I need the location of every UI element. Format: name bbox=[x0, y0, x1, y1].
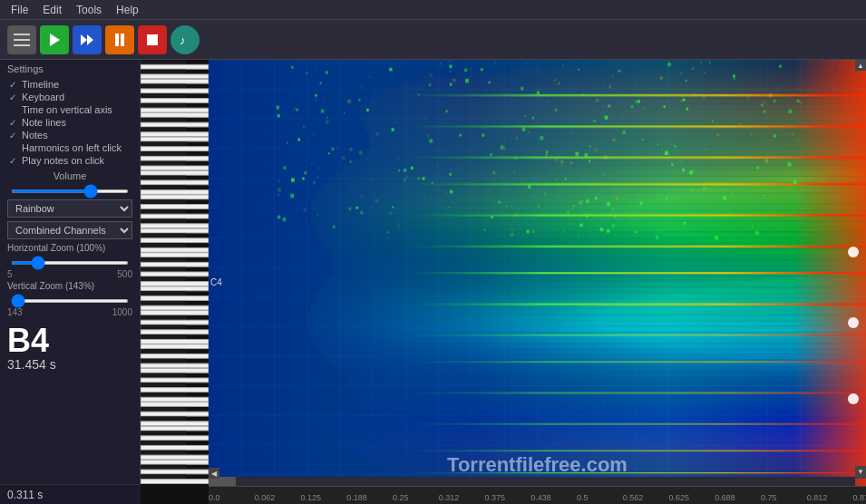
c4-label: C4 bbox=[210, 277, 222, 287]
vertical-zoom-slider[interactable] bbox=[11, 299, 129, 303]
timeline-tick-3: 0.188 bbox=[346, 493, 367, 502]
note-lines-check[interactable]: ✓ Note lines bbox=[7, 116, 132, 129]
settings-title: Settings bbox=[7, 63, 132, 74]
time-vertical-check[interactable]: ✓ Time on vertical axis bbox=[7, 103, 132, 116]
svg-rect-0 bbox=[14, 34, 30, 35]
svg-rect-8 bbox=[147, 34, 158, 45]
menu-tools[interactable]: Tools bbox=[69, 2, 109, 18]
horizontal-zoom-slider[interactable] bbox=[11, 261, 129, 265]
channel-dropdown[interactable]: Combined Channels bbox=[7, 221, 132, 239]
volume-slider[interactable] bbox=[11, 189, 129, 193]
settings-button[interactable]: ♪ bbox=[170, 25, 199, 54]
timeline-tick-6: 0.375 bbox=[485, 493, 506, 502]
marker-1 bbox=[848, 247, 859, 257]
svg-marker-4 bbox=[81, 34, 87, 45]
timeline-tick-5: 0.312 bbox=[439, 493, 460, 502]
timeline-tick-0: 0.0 bbox=[209, 493, 220, 502]
toolbar: ♪ bbox=[0, 20, 866, 60]
h-zoom-values: 5 500 bbox=[7, 269, 132, 279]
status-bar: 0.311 s bbox=[0, 484, 141, 504]
timeline-tick-10: 0.625 bbox=[669, 493, 690, 502]
svg-marker-5 bbox=[87, 34, 93, 45]
timeline-tick-4: 0.25 bbox=[393, 493, 409, 502]
play-notes-check[interactable]: ✓ Play notes on click bbox=[7, 154, 132, 167]
scroll-left-arrow[interactable]: ◀ bbox=[209, 468, 219, 479]
current-note: B4 bbox=[7, 325, 132, 357]
status-time: 0.311 s bbox=[7, 489, 43, 501]
svg-rect-1 bbox=[14, 39, 30, 41]
timeline-bar: 0.00.0620.1250.1880.250.3120.3750.4380.5… bbox=[209, 486, 866, 504]
timeline-tick-1: 0.062 bbox=[255, 493, 276, 502]
timeline-tick-12: 0.75 bbox=[761, 493, 777, 502]
color-scheme-dropdown[interactable]: Rainbow bbox=[7, 199, 132, 218]
timeline-tick-11: 0.688 bbox=[715, 493, 735, 502]
open-button[interactable] bbox=[7, 25, 36, 54]
timeline-tick-13: 0.812 bbox=[807, 493, 828, 502]
main-area: Settings ✓ Timeline ✓ Keyboard ✓ Time on… bbox=[0, 60, 866, 504]
menu-bar: File Edit Tools Help bbox=[0, 0, 866, 20]
menu-file[interactable]: File bbox=[4, 2, 35, 18]
keyboard-check[interactable]: ✓ Keyboard bbox=[7, 91, 132, 103]
timeline-check[interactable]: ✓ Timeline bbox=[7, 78, 132, 91]
stop-button[interactable] bbox=[138, 25, 167, 54]
volume-slider-container bbox=[7, 181, 132, 198]
timeline-tick-9: 0.562 bbox=[623, 493, 644, 502]
forward-button[interactable] bbox=[73, 25, 102, 54]
volume-label: Volume bbox=[7, 170, 132, 181]
scroll-up-arrow[interactable]: ▲ bbox=[855, 60, 866, 71]
sidebar: Settings ✓ Timeline ✓ Keyboard ✓ Time on… bbox=[0, 60, 141, 504]
vertical-zoom-label: Vertical Zoom (143%) bbox=[7, 281, 132, 291]
piano-canvas[interactable] bbox=[141, 60, 209, 484]
timeline-tick-7: 0.438 bbox=[530, 493, 551, 502]
spectrogram-canvas bbox=[209, 60, 866, 504]
svg-rect-6 bbox=[115, 34, 119, 46]
timeline-tick-2: 0.125 bbox=[301, 493, 322, 502]
svg-rect-7 bbox=[121, 34, 124, 46]
notes-check[interactable]: ✓ Notes bbox=[7, 129, 132, 141]
pause-button[interactable] bbox=[105, 25, 134, 54]
svg-rect-2 bbox=[14, 44, 30, 46]
spectrogram-area[interactable]: C4 Torrentfilefree.com 0.00.0620.1250.18… bbox=[209, 60, 866, 504]
timeline-tick-8: 0.5 bbox=[577, 493, 589, 502]
note-display: B4 31.454 s bbox=[7, 325, 132, 372]
menu-help[interactable]: Help bbox=[109, 2, 146, 18]
menu-edit[interactable]: Edit bbox=[35, 2, 69, 18]
v-zoom-values: 143 1000 bbox=[7, 307, 132, 317]
horizontal-zoom-label: Horizontal Zoom (100%) bbox=[7, 243, 132, 253]
marker-3 bbox=[848, 393, 859, 404]
scroll-down-arrow[interactable]: ▼ bbox=[855, 466, 866, 477]
timeline-tick-14: 0.875 bbox=[853, 493, 867, 502]
harmonics-check[interactable]: ✓ Harmonics on left click bbox=[7, 141, 132, 154]
play-button[interactable] bbox=[40, 25, 69, 54]
watermark: Torrentfilefree.com bbox=[447, 453, 628, 477]
piano-keyboard bbox=[141, 60, 209, 504]
svg-text:♪: ♪ bbox=[180, 34, 186, 47]
horizontal-scrollbar[interactable] bbox=[209, 477, 855, 486]
note-time: 31.454 s bbox=[7, 357, 132, 372]
svg-marker-3 bbox=[50, 34, 60, 46]
